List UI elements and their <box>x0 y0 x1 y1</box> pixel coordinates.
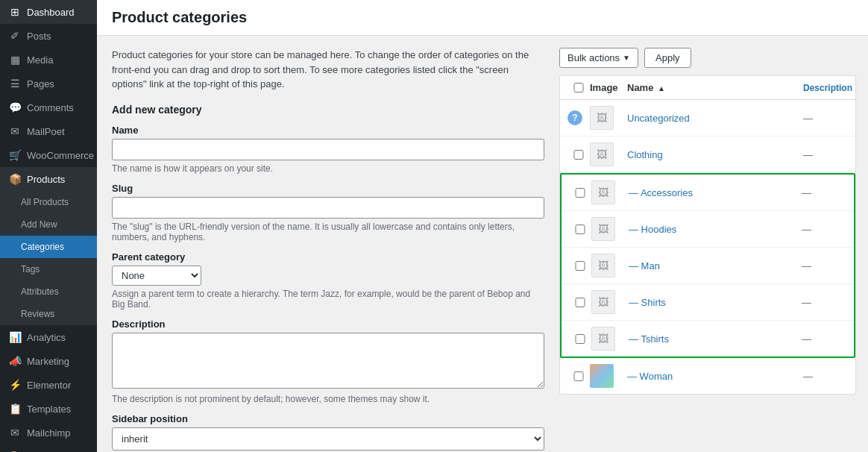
table-row: 🖼 — Man — <box>562 248 854 284</box>
category-link[interactable]: — Woman <box>627 371 803 382</box>
category-image-placeholder: 🖼 <box>591 290 615 314</box>
image-placeholder-icon: 🖼 <box>597 112 607 124</box>
category-link[interactable]: — Man <box>629 260 802 271</box>
category-image-placeholder: 🖼 <box>591 181 615 204</box>
apply-button[interactable]: Apply <box>644 48 691 68</box>
table-toolbar: Bulk actions ▼ Apply <box>559 48 856 68</box>
col-name-header[interactable]: Name ▲ <box>627 82 803 93</box>
sidebar-item-label: Posts <box>27 31 51 42</box>
description-dash: — <box>803 371 848 382</box>
page-title: Product categories <box>112 9 853 26</box>
sidebar-item-marketing[interactable]: 📣 Marketing <box>0 349 97 373</box>
sidebar-item-posts[interactable]: ✐ Posts <box>0 24 97 48</box>
bulk-actions-button[interactable]: Bulk actions ▼ <box>559 48 638 68</box>
sidebar-item-woocommerce[interactable]: 🛒 WooCommerce <box>0 143 97 167</box>
sidebar-position-field-group: Sidebar position inherit <box>112 413 544 451</box>
col-image-header: Image <box>590 82 627 93</box>
sidebar-item-categories[interactable]: Categories <box>0 236 97 258</box>
sidebar-item-media[interactable]: ▦ Media <box>0 48 97 72</box>
category-link[interactable]: — Tshirts <box>629 333 802 345</box>
marketing-icon: 📣 <box>9 355 21 367</box>
reviews-label: Reviews <box>21 309 54 319</box>
sidebar-item-dashboard[interactable]: ⊞ Dashboard <box>0 0 97 24</box>
sidebar-item-reviews[interactable]: Reviews <box>0 303 97 325</box>
pages-icon: ☰ <box>9 78 21 90</box>
row-checkbox[interactable] <box>567 150 590 160</box>
description-dash: — <box>803 113 848 124</box>
products-icon: 📦 <box>9 173 21 185</box>
table-row: ? 🖼 Uncategorized — <box>560 100 855 136</box>
sidebar-item-label: Pages <box>27 78 54 90</box>
image-placeholder-icon: 🖼 <box>598 296 608 308</box>
sidebar-item-label: Elementor <box>27 380 71 391</box>
table-row: 🖼 — Shirts — <box>562 284 854 321</box>
description-textarea[interactable] <box>112 333 544 389</box>
slug-hint: The "slug" is the URL-friendly version o… <box>112 222 544 242</box>
row-checkbox[interactable] <box>569 225 591 234</box>
category-link[interactable]: — Hoodies <box>629 224 802 235</box>
sidebar-item-label: Mailchimp <box>27 427 71 439</box>
category-link[interactable]: Uncategorized <box>627 113 803 124</box>
attributes-label: Attributes <box>21 286 59 297</box>
description-field-group: Description The description is not promi… <box>112 318 544 404</box>
description-hint: The description is not prominent by defa… <box>112 394 544 404</box>
description-dash: — <box>802 224 846 235</box>
name-label: Name <box>112 125 544 136</box>
sidebar-item-attributes[interactable]: Attributes <box>0 280 97 303</box>
col-description-header[interactable]: Description <box>803 83 848 93</box>
name-input[interactable] <box>112 139 544 160</box>
select-all-checkbox[interactable] <box>567 83 590 92</box>
sidebar-item-elementor[interactable]: ⚡ Elementor <box>0 373 97 397</box>
sidebar-position-select[interactable]: inherit <box>112 427 544 451</box>
category-link[interactable]: Clothing <box>627 149 803 160</box>
row-checkbox[interactable] <box>569 188 591 198</box>
sidebar-item-all-products[interactable]: All Products <box>0 191 97 213</box>
tags-label: Tags <box>21 264 40 274</box>
question-icon: ? <box>567 110 582 125</box>
row-checkbox[interactable] <box>569 334 591 344</box>
analytics-icon: 📊 <box>9 331 21 343</box>
all-products-label: All Products <box>21 197 69 207</box>
sidebar-item-analytics[interactable]: 📊 Analytics <box>0 325 97 349</box>
parent-select[interactable]: None <box>112 266 201 286</box>
comments-icon: 💬 <box>9 101 21 113</box>
templates-icon: 📋 <box>9 403 21 415</box>
sidebar-item-mailchimp[interactable]: ✉ Mailchimp <box>0 421 97 445</box>
name-hint: The name is how it appears on your site. <box>112 163 544 174</box>
sidebar-item-label: Templates <box>27 404 71 415</box>
slug-field-group: Slug The "slug" is the URL-friendly vers… <box>112 183 544 242</box>
sidebar-item-products[interactable]: 📦 Products <box>0 167 97 191</box>
category-link[interactable]: — Shirts <box>629 297 802 308</box>
sidebar-item-templates[interactable]: 📋 Templates <box>0 397 97 421</box>
slug-label: Slug <box>112 183 544 194</box>
sidebar-item-label: Comments <box>27 102 74 113</box>
parent-label: Parent category <box>112 251 544 263</box>
table-row: 🖼 — Tshirts — <box>562 321 854 357</box>
category-image-placeholder: 🖼 <box>591 254 615 277</box>
page-description: Product categories for your store can be… <box>112 48 544 92</box>
sidebar-item-mailpoet[interactable]: ✉ MailPoet <box>0 119 97 143</box>
row-checkbox[interactable] <box>567 371 590 381</box>
products-submenu: All Products Add New Categories Tags Att… <box>0 191 97 325</box>
sidebar-item-pages[interactable]: ☰ Pages <box>0 72 97 95</box>
row-checkbox[interactable] <box>569 261 591 271</box>
woocommerce-icon: 🛒 <box>9 149 21 161</box>
main-content: Product categories Product categories fo… <box>97 0 868 452</box>
table-row: 🖼 — Hoodies — <box>562 211 854 248</box>
sidebar-item-tags[interactable]: Tags <box>0 258 97 280</box>
sidebar: ⊞ Dashboard ✐ Posts ▦ Media ☰ Pages 💬 Co… <box>0 0 97 452</box>
mailchimp-icon: ✉ <box>9 427 21 439</box>
description-dash: — <box>803 149 848 160</box>
category-link[interactable]: — Accessories <box>629 187 802 198</box>
row-checkbox[interactable] <box>569 298 591 307</box>
sidebar-item-label: Analytics <box>27 332 66 343</box>
sidebar-item-label: Media <box>27 54 53 66</box>
description-dash: — <box>802 260 846 271</box>
sidebar-item-comments[interactable]: 💬 Comments <box>0 95 97 119</box>
sidebar-item-appearance[interactable]: 🎨 Appearance <box>0 445 97 452</box>
categories-label: Categories <box>21 242 64 252</box>
slug-input[interactable] <box>112 197 544 219</box>
sidebar-position-label: Sidebar position <box>112 413 544 424</box>
media-icon: ▦ <box>9 54 21 66</box>
sidebar-item-add-new[interactable]: Add New <box>0 213 97 236</box>
